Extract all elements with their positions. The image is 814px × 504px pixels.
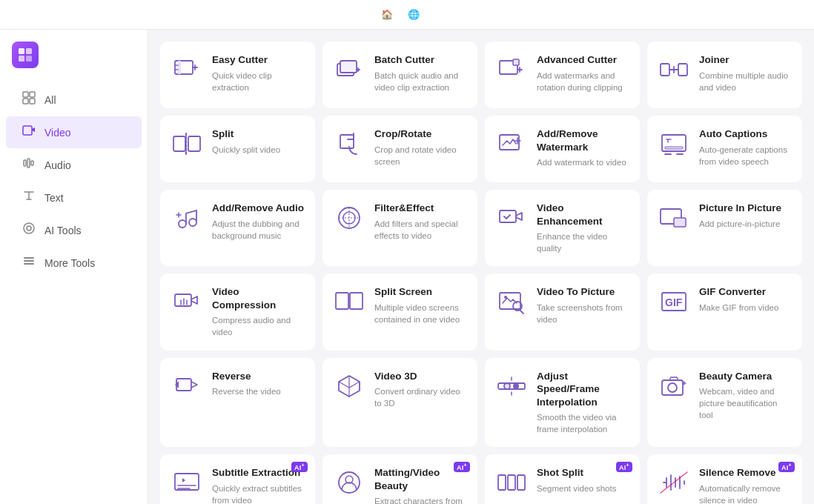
- sidebar-item-text[interactable]: Text: [6, 182, 142, 213]
- home-nav-button[interactable]: 🏠: [381, 9, 396, 20]
- tool-icon-beauty-camera: [658, 370, 690, 402]
- tool-card-batch-cutter[interactable]: Batch Cutter Batch quick audio and video…: [322, 42, 477, 108]
- svg-point-13: [27, 226, 31, 231]
- tool-desc-add-remove-watermark: Add watermark to video: [537, 156, 629, 168]
- svg-point-48: [513, 383, 519, 389]
- svg-rect-14: [24, 257, 34, 259]
- tool-card-split-screen[interactable]: Split Screen Multiple video screens cont…: [322, 273, 477, 350]
- svg-rect-1: [26, 48, 32, 54]
- tool-desc-batch-cutter: Batch quick audio and video clip extract…: [374, 70, 467, 93]
- sidebar-item-audio[interactable]: Audio: [6, 149, 142, 181]
- titlebar: 🏠 🌐: [0, 0, 814, 30]
- tool-card-joiner[interactable]: Joiner Combine multiple audio and video: [647, 42, 802, 108]
- svg-point-47: [504, 383, 510, 389]
- tool-card-reverse[interactable]: Reverse Reverse the video: [160, 358, 315, 448]
- tool-card-matting-video-beauty[interactable]: Matting/Video Beauty Extract characters …: [322, 454, 477, 504]
- tool-icon-split: [171, 127, 203, 160]
- tool-card-video-3d[interactable]: Video 3D Convert ordinary video to 3D: [322, 358, 477, 448]
- tool-info-beauty-camera: Beauty Camera Webcam, video and picture …: [699, 370, 792, 422]
- tool-card-shot-split[interactable]: Shot Split Segment video shots AI+: [485, 454, 640, 504]
- nav-icon-ai-tools: [21, 222, 37, 239]
- tool-desc-video-to-picture: Take screenshots from video: [537, 302, 629, 325]
- tool-icon-video-to-picture: [495, 285, 528, 318]
- tool-card-subtitle-extraction[interactable]: Subtitle Extraction Quickly extract subt…: [160, 454, 315, 504]
- tool-desc-easy-cutter: Quick video clip extraction: [212, 70, 305, 93]
- tool-name-picture-in-picture: Picture In Picture: [699, 202, 792, 215]
- tool-info-adjust-speed: Adjust Speed/Frame Interpolation Smooth …: [537, 370, 629, 436]
- tool-card-beauty-camera[interactable]: Beauty Camera Webcam, video and picture …: [647, 358, 802, 448]
- tool-icon-video-compression: [171, 285, 203, 318]
- ai-badge-subtitle-extraction: AI+: [291, 462, 308, 472]
- nav-label-audio: Audio: [44, 159, 71, 171]
- tool-card-gif-converter[interactable]: GIF GIF Converter Make GIF from video: [647, 273, 802, 350]
- globe-icon: 🌐: [408, 9, 420, 20]
- svg-rect-16: [24, 263, 34, 265]
- svg-rect-40: [350, 293, 363, 309]
- svg-rect-7: [30, 99, 35, 104]
- tool-card-adjust-speed[interactable]: Adjust Speed/Frame Interpolation Smooth …: [485, 358, 640, 448]
- nav-icon-all: [21, 91, 37, 108]
- tool-name-add-remove-audio: Add/Remove Audio: [212, 202, 305, 215]
- tool-info-matting-video-beauty: Matting/Video Beauty Extract characters …: [374, 466, 467, 504]
- tool-icon-auto-captions: [658, 127, 690, 160]
- tool-card-filter-effect[interactable]: Filter&Effect Add filters and special ef…: [322, 190, 477, 266]
- svg-rect-56: [517, 475, 525, 490]
- tool-card-video-compression[interactable]: Video Compression Compress audio and vid…: [160, 273, 315, 350]
- svg-point-12: [24, 223, 34, 233]
- tool-card-split[interactable]: Split Quickly split video: [160, 116, 315, 182]
- tool-name-video-enhancement: Video Enhancement: [537, 202, 629, 228]
- tool-card-easy-cutter[interactable]: Easy Cutter Quick video clip extraction: [160, 42, 315, 108]
- tool-desc-shot-split: Segment video shots: [537, 483, 629, 494]
- tool-desc-add-remove-audio: Adjust the dubbing and background music: [212, 218, 305, 242]
- svg-point-32: [189, 219, 196, 226]
- sidebar-item-ai-tools[interactable]: AI Tools: [6, 214, 142, 246]
- tool-info-silence-remove: Silence Remove Automatically remove sile…: [699, 466, 792, 504]
- content-area: Easy Cutter Quick video clip extraction …: [148, 30, 814, 504]
- tool-card-silence-remove[interactable]: Silence Remove Automatically remove sile…: [647, 454, 802, 504]
- tool-name-beauty-camera: Beauty Camera: [699, 370, 792, 383]
- tool-desc-auto-captions: Auto-generate captions from video speech: [699, 144, 792, 168]
- language-selector[interactable]: 🌐: [408, 9, 423, 20]
- tool-card-add-remove-audio[interactable]: Add/Remove Audio Adjust the dubbing and …: [160, 190, 315, 266]
- svg-rect-9: [24, 160, 26, 166]
- tool-desc-video-compression: Compress audio and video: [212, 314, 305, 338]
- tool-desc-adjust-speed: Smooth the video via frame interpolation: [537, 411, 629, 435]
- tool-info-joiner: Joiner Combine multiple audio and video: [699, 53, 792, 93]
- tool-card-crop-rotate[interactable]: Crop/Rotate Crop and rotate video screen: [322, 116, 477, 182]
- sidebar-item-more-tools[interactable]: More Tools: [6, 247, 142, 279]
- sidebar-item-video[interactable]: Video: [6, 116, 142, 148]
- nav-label-more-tools: More Tools: [44, 257, 95, 269]
- nav-label-all: All: [44, 94, 56, 106]
- svg-rect-24: [678, 64, 687, 76]
- home-icon: 🏠: [381, 9, 393, 20]
- svg-rect-39: [336, 293, 348, 309]
- tool-info-reverse: Reverse Reverse the video: [212, 370, 305, 398]
- tool-info-auto-captions: Auto Captions Auto-generate captions fro…: [699, 127, 792, 168]
- svg-rect-3: [26, 56, 32, 62]
- tool-card-video-enhancement[interactable]: Video Enhancement Enhance the video qual…: [485, 190, 640, 266]
- nav-label-text: Text: [44, 192, 64, 204]
- tool-name-add-remove-watermark: Add/Remove Watermark: [537, 127, 629, 153]
- sidebar-item-all[interactable]: All: [6, 84, 142, 116]
- svg-rect-10: [27, 159, 30, 168]
- tool-desc-gif-converter: Make GIF from video: [699, 302, 792, 314]
- svg-rect-27: [340, 135, 354, 148]
- tool-card-video-to-picture[interactable]: Video To Picture Take screenshots from v…: [485, 273, 640, 350]
- tool-info-split: Split Quickly split video: [212, 127, 305, 156]
- ai-badge-matting-video-beauty: AI+: [454, 462, 470, 472]
- tool-card-picture-in-picture[interactable]: Picture In Picture Add picture-in-pictur…: [647, 190, 802, 266]
- tool-name-reverse: Reverse: [212, 370, 305, 383]
- tool-info-advanced-cutter: Advanced Cutter Add watermarks and rotat…: [537, 53, 629, 93]
- svg-point-31: [179, 220, 186, 228]
- tool-icon-reverse: [171, 370, 203, 402]
- titlebar-nav: 🏠 🌐: [381, 9, 423, 20]
- tool-desc-subtitle-extraction: Quickly extract subtitles from video: [212, 483, 305, 504]
- tool-icon-gif-converter: GIF: [658, 285, 690, 318]
- tool-card-auto-captions[interactable]: Auto Captions Auto-generate captions fro…: [647, 116, 802, 182]
- tool-icon-easy-cutter: [171, 53, 203, 86]
- svg-rect-38: [175, 294, 191, 306]
- tool-card-advanced-cutter[interactable]: Advanced Cutter Add watermarks and rotat…: [485, 42, 640, 108]
- tool-info-add-remove-watermark: Add/Remove Watermark Add watermark to vi…: [537, 127, 629, 168]
- tool-card-add-remove-watermark[interactable]: Add/Remove Watermark Add watermark to vi…: [485, 116, 640, 182]
- svg-rect-8: [23, 126, 32, 135]
